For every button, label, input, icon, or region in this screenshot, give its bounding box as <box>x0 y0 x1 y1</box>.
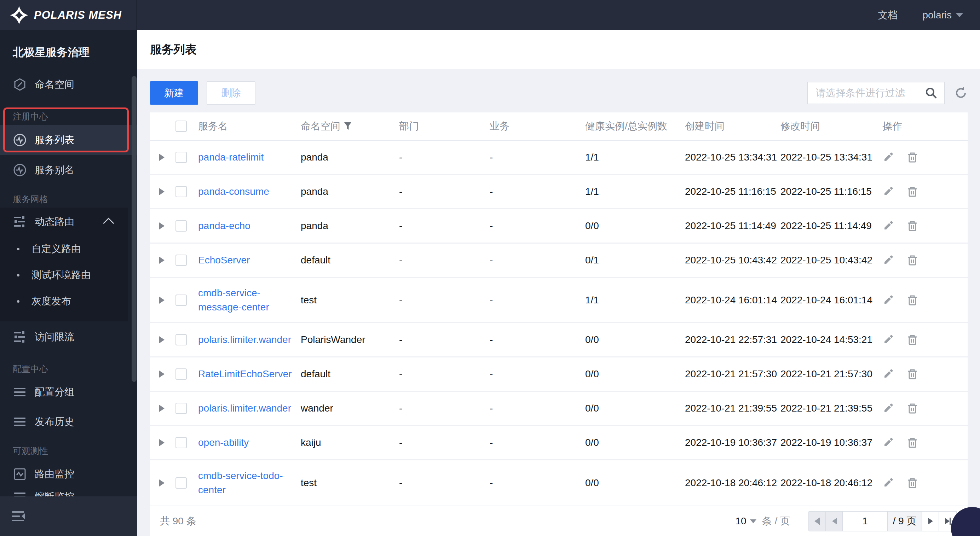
expand-row-icon[interactable] <box>159 439 164 446</box>
page-size-select[interactable]: 10 <box>735 515 756 527</box>
table-row: cmdb-service-message-center test - - 1/1… <box>150 278 967 323</box>
expand-row-icon[interactable] <box>159 154 164 161</box>
sidebar-subitem-gray-release[interactable]: 灰度发布 <box>0 288 128 314</box>
first-page-button[interactable] <box>809 512 826 531</box>
delete-button[interactable]: 删除 <box>207 81 255 105</box>
delete-icon[interactable] <box>907 477 918 489</box>
topbar: POLARIS MESH 文档 polaris <box>0 0 980 30</box>
service-name-link[interactable]: polaris.limiter.wander <box>198 333 291 347</box>
sidebar-item-dynamic-route[interactable]: 动态路由 <box>0 208 128 236</box>
sidebar-item-namespace[interactable]: 命名空间 <box>0 70 137 99</box>
service-name-link[interactable]: cmdb-service-todo-center <box>198 469 294 497</box>
namespace-cell: panda <box>301 152 399 163</box>
delete-icon[interactable] <box>907 294 918 306</box>
delete-icon[interactable] <box>907 220 918 232</box>
modified-cell: 2022-10-21 21:57:30 <box>781 368 882 380</box>
search-input[interactable] <box>816 87 925 98</box>
service-name-link[interactable]: panda-consume <box>198 185 269 199</box>
brand: POLARIS MESH <box>0 0 137 30</box>
sidebar-item-config-group[interactable]: 配置分组 <box>0 377 137 407</box>
expand-row-icon[interactable] <box>159 405 164 412</box>
created-cell: 2022-10-21 21:57:30 <box>685 368 781 380</box>
service-name-link[interactable]: panda-echo <box>198 219 250 233</box>
service-name-link[interactable]: cmdb-service-message-center <box>198 286 294 314</box>
sidebar-subitem-test-env-route[interactable]: 测试环境路由 <box>0 262 128 288</box>
business-cell: - <box>490 255 585 266</box>
expand-row-icon[interactable] <box>159 257 164 264</box>
table-row: RateLimitEchoServer default - - 0/0 2022… <box>150 357 967 392</box>
refresh-button[interactable] <box>954 86 968 100</box>
edit-icon[interactable] <box>882 255 894 266</box>
page-size-value: 10 <box>735 515 746 527</box>
expand-row-icon[interactable] <box>159 479 164 487</box>
service-name-link[interactable]: panda-ratelimit <box>198 150 264 164</box>
row-checkbox[interactable] <box>175 477 187 488</box>
expand-row-icon[interactable] <box>159 222 164 230</box>
expand-row-icon[interactable] <box>159 371 164 377</box>
namespace-cell: kaiju <box>301 437 399 448</box>
sidebar-scrollbar[interactable] <box>132 76 137 382</box>
delete-icon[interactable] <box>907 186 918 198</box>
delete-icon[interactable] <box>907 402 918 414</box>
edit-icon[interactable] <box>882 295 894 306</box>
row-checkbox[interactable] <box>175 334 187 346</box>
sidebar-subitem-custom-route[interactable]: 自定义路由 <box>0 236 128 262</box>
row-checkbox[interactable] <box>175 295 187 306</box>
expand-row-icon[interactable] <box>159 297 164 304</box>
delete-icon[interactable] <box>907 254 918 266</box>
create-button[interactable]: 新建 <box>150 81 198 105</box>
sidebar-item-label: 访问限流 <box>35 330 74 344</box>
header-namespace: 命名空间 <box>301 119 399 133</box>
namespace-cell: panda <box>301 220 399 232</box>
service-name-link[interactable]: open-ability <box>198 436 249 450</box>
delete-icon[interactable] <box>907 151 918 163</box>
edit-icon[interactable] <box>882 186 894 197</box>
row-checkbox[interactable] <box>175 220 187 232</box>
expand-row-icon[interactable] <box>159 336 164 343</box>
edit-icon[interactable] <box>882 477 894 488</box>
edit-icon[interactable] <box>882 403 894 414</box>
docs-link[interactable]: 文档 <box>878 8 898 22</box>
row-checkbox[interactable] <box>175 437 187 448</box>
edit-icon[interactable] <box>882 368 894 380</box>
sidebar-item-rate-limit[interactable]: 访问限流 <box>0 322 137 352</box>
sidebar-item-release-history[interactable]: 发布历史 <box>0 407 137 437</box>
polaris-logo-icon <box>10 6 28 24</box>
row-checkbox[interactable] <box>175 152 187 163</box>
table-header-row: 服务名 命名空间 部门 业务 健康实例/总实例数 创建时间 修改时间 操作 <box>150 113 967 141</box>
edit-icon[interactable] <box>882 437 894 448</box>
sidebar-item-label: 服务列表 <box>35 133 74 147</box>
select-all-checkbox[interactable] <box>175 121 187 132</box>
service-name-link[interactable]: EchoServer <box>198 253 250 267</box>
delete-icon[interactable] <box>907 368 918 380</box>
row-checkbox[interactable] <box>175 368 187 380</box>
service-name-link[interactable]: RateLimitEchoServer <box>198 367 292 381</box>
department-cell: - <box>399 152 490 163</box>
edit-icon[interactable] <box>882 220 894 232</box>
sidebar-item-label: 命名空间 <box>35 78 74 91</box>
service-name-link[interactable]: polaris.limiter.wander <box>198 401 291 415</box>
sidebar-item-label: 路由监控 <box>35 468 74 481</box>
sidebar-item-service-list[interactable]: 服务列表 <box>0 125 137 155</box>
department-cell: - <box>399 403 490 414</box>
edit-icon[interactable] <box>882 334 894 346</box>
next-page-button[interactable] <box>922 512 939 531</box>
prev-page-button[interactable] <box>826 512 843 531</box>
delete-icon[interactable] <box>907 437 918 449</box>
list-lines-icon <box>13 415 27 429</box>
current-page-input[interactable] <box>843 512 887 531</box>
expand-row-icon[interactable] <box>159 188 164 195</box>
edit-icon[interactable] <box>882 152 894 163</box>
user-menu[interactable]: polaris <box>923 10 963 21</box>
filter-funnel-icon[interactable] <box>344 122 352 130</box>
search-icon[interactable] <box>925 87 937 99</box>
sidebar-item-service-alias[interactable]: 服务别名 <box>0 155 137 185</box>
row-checkbox[interactable] <box>175 403 187 414</box>
header-health: 健康实例/总实例数 <box>585 119 685 133</box>
collapse-sidebar-icon[interactable] <box>12 510 28 523</box>
delete-icon[interactable] <box>907 334 918 346</box>
row-checkbox[interactable] <box>175 255 187 266</box>
department-cell: - <box>399 255 490 266</box>
row-checkbox[interactable] <box>175 186 187 197</box>
sidebar-group-observability: 可观测性 <box>13 443 48 458</box>
